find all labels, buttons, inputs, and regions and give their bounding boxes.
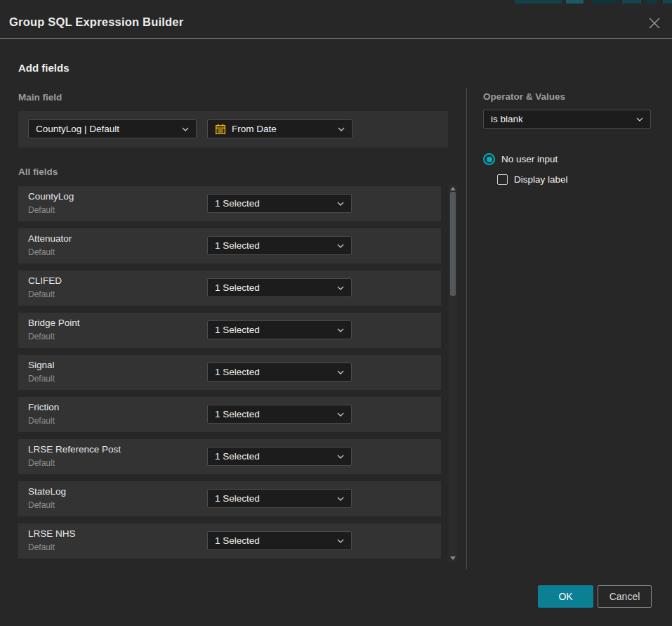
field-sublabel: Default [28, 247, 55, 257]
field-selected-dropdown[interactable]: 1 Selected [207, 194, 352, 213]
field-selected-value: 1 Selected [215, 325, 260, 335]
field-selected-value: 1 Selected [215, 198, 260, 209]
chevron-down-icon [337, 455, 344, 459]
chevron-down-icon [337, 202, 344, 206]
field-sublabel: Default [28, 500, 55, 510]
field-selected-dropdown[interactable]: 1 Selected [207, 489, 352, 508]
field-name: CLIFED [28, 275, 62, 286]
dialog-title: Group SQL Expression Builder [9, 15, 183, 29]
field-row: AttenuatorDefault1 Selected [18, 228, 441, 263]
operator-values-label: Operator & Values [483, 91, 565, 102]
field-selected-dropdown[interactable]: 1 Selected [207, 531, 352, 550]
chevron-down-icon [337, 539, 344, 543]
field-selected-value: 1 Selected [215, 367, 260, 377]
field-row: StateLogDefault1 Selected [18, 481, 441, 516]
main-field-label: Main field [18, 92, 62, 103]
chevron-down-icon [636, 117, 643, 122]
close-icon [647, 16, 661, 30]
calendar-icon [215, 124, 226, 135]
field-name: Attenuator [28, 233, 72, 244]
field-row: LRSE Reference PostDefault1 Selected [18, 439, 441, 474]
display-label-checkbox[interactable]: Display label [497, 174, 568, 185]
field-name: CountyLog [28, 191, 74, 202]
field-name: Bridge Point [28, 318, 80, 328]
field-row: LRSE NHSDefault1 Selected [18, 523, 441, 559]
cancel-button[interactable]: Cancel [598, 585, 652, 608]
no-user-input-label: No user input [501, 154, 558, 164]
field-sublabel: Default [28, 374, 55, 384]
chevron-down-icon [182, 127, 189, 131]
field-sublabel: Default [28, 416, 55, 426]
chevron-down-icon [338, 127, 345, 131]
field-row: CLIFEDDefault1 Selected [18, 270, 441, 306]
field-name: Signal [28, 360, 55, 370]
field-row: FrictionDefault1 Selected [18, 397, 441, 432]
field-sublabel: Default [28, 332, 55, 341]
field-dropdown-value: From Date [232, 124, 277, 134]
group-sql-expression-builder-dialog: Group SQL Expression Builder Add fields … [0, 0, 672, 626]
list-scrollbar[interactable] [449, 185, 457, 562]
field-sublabel: Default [28, 542, 55, 552]
field-name: LRSE NHS [28, 528, 76, 539]
operator-dropdown-value: is blank [491, 114, 523, 124]
field-selected-dropdown[interactable]: 1 Selected [207, 405, 352, 424]
chevron-down-icon [337, 244, 344, 248]
field-selected-dropdown[interactable]: 1 Selected [207, 447, 352, 466]
field-sublabel: Default [28, 289, 55, 299]
field-selected-value: 1 Selected [215, 409, 260, 419]
scroll-up-icon[interactable] [450, 187, 456, 190]
scroll-down-icon[interactable] [450, 556, 456, 560]
chevron-down-icon [337, 370, 344, 374]
field-selected-value: 1 Selected [215, 535, 260, 546]
titlebar-divider [0, 38, 672, 39]
chevron-down-icon [337, 286, 344, 290]
field-row: Bridge PointDefault1 Selected [18, 313, 441, 348]
scrollbar-thumb[interactable] [450, 192, 456, 296]
field-name: LRSE Reference Post [28, 444, 121, 455]
field-dropdown[interactable]: From Date [207, 119, 353, 138]
field-row: CountyLogDefault1 Selected [18, 186, 441, 221]
chevron-down-icon [337, 412, 344, 417]
field-selected-dropdown[interactable]: 1 Selected [207, 320, 352, 339]
close-button[interactable] [645, 13, 664, 33]
field-selected-value: 1 Selected [215, 451, 260, 462]
layer-dropdown-value: CountyLog | Default [36, 124, 119, 134]
display-label-label: Display label [514, 174, 568, 185]
ok-button[interactable]: OK [538, 585, 593, 608]
all-fields-label: All fields [18, 167, 58, 177]
field-selected-value: 1 Selected [215, 493, 260, 504]
main-field-panel: CountyLog | Default From Date [18, 111, 448, 148]
field-selected-dropdown[interactable]: 1 Selected [207, 278, 352, 297]
field-selected-dropdown[interactable]: 1 Selected [207, 363, 352, 382]
all-fields-list: CountyLogDefault1 SelectedAttenuatorDefa… [18, 186, 441, 566]
field-selected-dropdown[interactable]: 1 Selected [207, 236, 352, 255]
field-name: Friction [28, 402, 59, 412]
dialog-titlebar: Group SQL Expression Builder [0, 4, 672, 39]
no-user-input-radio[interactable]: No user input [483, 153, 558, 165]
field-selected-value: 1 Selected [215, 240, 260, 251]
field-name: StateLog [28, 486, 66, 497]
chevron-down-icon [337, 328, 344, 332]
operator-dropdown[interactable]: is blank [483, 110, 651, 129]
radio-selected-icon [483, 153, 495, 165]
field-selected-value: 1 Selected [215, 282, 260, 293]
field-sublabel: Default [28, 458, 55, 468]
panel-divider [466, 88, 467, 569]
chevron-down-icon [337, 497, 344, 501]
checkbox-unchecked-icon [497, 174, 508, 185]
field-row: SignalDefault1 Selected [18, 355, 441, 390]
layer-dropdown[interactable]: CountyLog | Default [28, 119, 197, 138]
add-fields-heading: Add fields [18, 62, 70, 74]
field-sublabel: Default [28, 205, 55, 215]
